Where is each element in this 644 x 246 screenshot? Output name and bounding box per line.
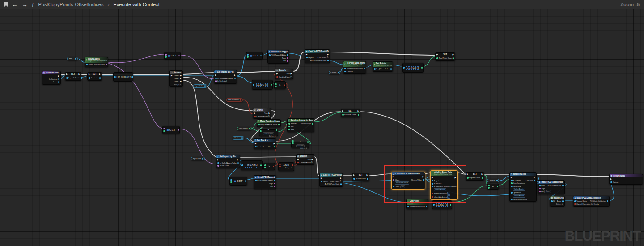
get-inputs-by-pin-1-exec-in[interactable]: ▶ [215, 74, 216, 76]
get-item-purple-2-out-pin[interactable] [178, 129, 179, 131]
branch-1-exec-pin[interactable]: ▶ [291, 73, 292, 75]
set-context-exec-in[interactable]: ▶ [89, 73, 90, 75]
branch-2[interactable]: ⇄Branch▶ConditionTrue▶False▷ [253, 108, 271, 119]
set-in-point-data-var-out-pin[interactable] [367, 178, 369, 180]
and-node-in-pin[interactable] [279, 164, 281, 165]
set-total-point-count-exec-in[interactable]: ▶ [436, 54, 438, 56]
make-pcgdatacollection-in-pin[interactable] [574, 203, 576, 205]
make-array[interactable]: ▦Make Array[0]ArrayAdd pin ⊕ [550, 196, 565, 207]
cast-to-pcgspatialdata-exec-in[interactable]: ▶ [306, 54, 307, 56]
set-copies-count-exec-out[interactable]: ▶ [482, 173, 483, 175]
get-points-2-in-pin[interactable] [407, 206, 409, 207]
add-1-add-pin[interactable]: Add pin ⊕ [292, 147, 309, 150]
to-point-data-with-context-out-pin[interactable] [364, 68, 365, 69]
make-random-stream-in-pin[interactable] [258, 124, 260, 125]
set-random-offset-exec-in[interactable]: ▶ [342, 110, 343, 112]
random-integer-in-range-from-stream[interactable]: ƒRandom Integer in Range from StreamStre… [287, 118, 314, 132]
iteration-loop-dropdown[interactable]: Select Asset ▾ [513, 194, 525, 198]
break-pcgtaggeddata-1-out-pin[interactable] [287, 60, 288, 62]
context-capsule-1-out-pin[interactable] [338, 72, 339, 73]
context-capsule-1[interactable]: Context [329, 71, 340, 74]
get-track-id-exec-in[interactable]: ▶ [255, 143, 256, 145]
make-array-add-pin[interactable]: Add pin ⊕ [550, 203, 564, 206]
get-inputs-by-pin-1-exec-out[interactable]: ▶ [234, 74, 236, 76]
add-1-out-pin[interactable] [307, 141, 309, 143]
get-track-id-exec-out[interactable]: ▶ [274, 143, 275, 145]
get-item-3[interactable]: ▦GET [229, 177, 247, 186]
multiply-2-in-pin[interactable] [488, 185, 490, 186]
get-item-3-in-pin[interactable] [230, 181, 232, 183]
cast-to-pcgspatialdata-in-pin[interactable] [306, 57, 308, 59]
branch-3-exec-in[interactable]: ▶ [297, 159, 299, 160]
iteration-loop-in-pin[interactable] [511, 199, 513, 200]
multiply-2-in-pin[interactable] [488, 187, 490, 189]
get-item-top-in-pin[interactable] [165, 54, 167, 56]
input-collection-capsule-2[interactable]: Input Collection [191, 157, 205, 160]
bookmark-icon[interactable]: ▾ [4, 2, 8, 7]
to-array-out-pin[interactable] [131, 76, 133, 78]
break-pcgtaggeddata-1-in-pin[interactable] [269, 54, 271, 56]
get-item-top-in-pin[interactable] [165, 56, 167, 58]
get-track-id[interactable]: ƒGet Track Id▶Context▶Return Value [254, 138, 276, 149]
branch-2-exec-pin[interactable]: ▷ [269, 115, 270, 117]
branch-1-in-pin[interactable] [276, 76, 278, 78]
set-input-collection-exec-in[interactable]: ▶ [66, 73, 68, 75]
set-copies-count-var-in-pin[interactable] [467, 177, 469, 179]
random-integer-in-range-from-stream-in-pin[interactable] [288, 123, 290, 125]
set-random-offset-var-out-pin[interactable] [358, 114, 360, 116]
get-inputs-by-pin-2-exec-in[interactable]: ▶ [217, 159, 219, 161]
get-inputs-by-pin-2-in-pin[interactable] [217, 162, 219, 164]
greater-1-in-pin[interactable] [264, 167, 266, 168]
length-3-in-pin[interactable] [242, 164, 243, 166]
get-item-2-out-pin[interactable] [260, 55, 262, 57]
cast-to-pcgpointdata-exec-in[interactable]: ▶ [321, 177, 322, 179]
self-capsule-out-pin[interactable] [75, 58, 77, 60]
length-1-out-pin[interactable] [271, 84, 272, 86]
iteration-loop-dropdown[interactable]: Select Asset ▾ [513, 188, 525, 191]
branch-1-exec-in[interactable]: ▶ [276, 73, 278, 75]
to-point-data-with-context-in-pin[interactable] [344, 68, 346, 69]
set-context-var-out-pin[interactable] [99, 77, 101, 79]
input-collection-capsule-1[interactable]: Input Collection [193, 84, 207, 88]
set-random-offset-exec-out[interactable]: ▶ [358, 110, 359, 112]
break-pcgtaggeddata-1-out-pin[interactable] [287, 54, 288, 56]
length-4-in-pin[interactable] [433, 204, 435, 206]
context-capsule-2[interactable]: Context [233, 136, 244, 140]
iteration-loop-in-pin[interactable] [511, 192, 513, 194]
cast-to-pcgpointdata-exec-out[interactable]: ▶ [340, 177, 342, 179]
greater-1-in-pin[interactable] [264, 164, 266, 166]
cast-to-pcgspatialdata-exec-pin[interactable]: ▷ [327, 56, 329, 58]
back-arrow-icon[interactable]: ← [12, 2, 18, 8]
add-1-in-pin[interactable] [292, 140, 294, 142]
iteration-loop-in-pin[interactable] [511, 182, 513, 184]
set-total-point-count-var-out-pin[interactable] [453, 57, 454, 59]
multiply-1-in-pin[interactable] [260, 130, 262, 132]
iteration-loop-exec-in[interactable]: ▶ [511, 177, 512, 178]
sequence-exec-pin[interactable]: ▶ [180, 81, 182, 82]
cast-to-pcgspatialdata-exec-out[interactable]: ▶ [327, 54, 329, 56]
branch-3-in-pin[interactable] [297, 162, 299, 164]
set-input-collection-var-out-pin[interactable] [81, 77, 83, 79]
get-item-3-in-pin[interactable] [230, 179, 232, 181]
make-pcgtaggeddata-in-pin[interactable] [539, 191, 541, 193]
get-item-3-out-pin[interactable] [245, 180, 247, 182]
sequence-exec-pin[interactable]: ▶ [180, 78, 182, 79]
multiply-1-add-pin[interactable]: Add pin ⊕ [260, 135, 277, 138]
breadcrumb-root[interactable]: PostCopyPoints-OffsetIndices [38, 2, 104, 7]
set-total-point-count[interactable]: ▶SET▶Total Point Count [435, 52, 455, 61]
add-random-offset-capsule-out-pin[interactable] [240, 99, 242, 101]
make-random-stream[interactable]: ƒMake Random StreamInitial SeedReturn Va… [257, 119, 281, 127]
set-context-exec-out[interactable]: ▶ [99, 73, 101, 75]
multiply-1-value-field[interactable]: 2147483647 [263, 132, 274, 135]
length-3[interactable]: LENGTH [241, 160, 263, 170]
and-node-add-pin[interactable]: Add pin ⊕ [279, 167, 293, 170]
get-points-1-out-pin[interactable] [390, 68, 392, 70]
input-labels[interactable]: ƒInput LabelsTarget is PCGBlueprint Elem… [85, 57, 108, 67]
sequence-exec-pin[interactable]: ▶ [180, 75, 182, 77]
random-integer-in-range-from-stream-in-pin[interactable] [288, 129, 290, 130]
get-inputs-by-pin-1-out-pin[interactable] [234, 78, 236, 79]
set-copies-count-var-out-pin[interactable] [482, 177, 483, 179]
length-1-in-pin[interactable] [253, 84, 254, 86]
make-pcgtaggeddata[interactable]: ◆Make PCGTaggedDataDataTagsPinNonePCGTag… [538, 180, 565, 194]
total-point-count-capsule-out-pin[interactable] [249, 128, 251, 129]
